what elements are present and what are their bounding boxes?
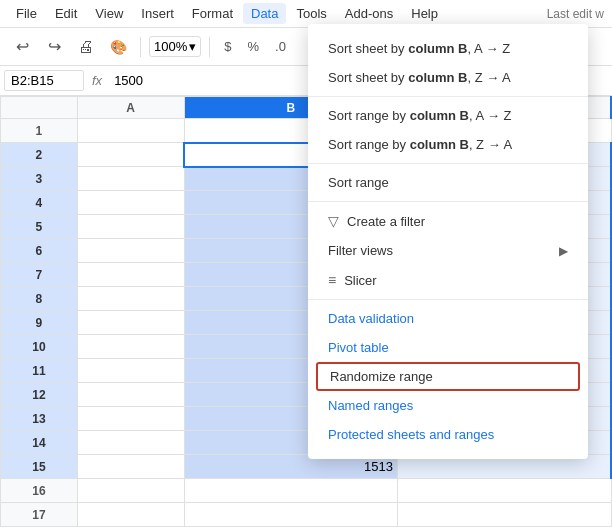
sort-range-advanced-section: Sort range bbox=[308, 164, 588, 202]
create-filter-item[interactable]: ▽ Create a filter bbox=[308, 206, 588, 236]
filter-icon: ▽ bbox=[328, 213, 339, 229]
sort-sheet-az[interactable]: Sort sheet by column B, A → Z bbox=[308, 34, 588, 63]
pivot-table-item[interactable]: Pivot table bbox=[308, 333, 588, 362]
sort-range-label: Sort range bbox=[328, 175, 568, 190]
randomize-range-item[interactable]: Randomize range bbox=[316, 362, 580, 391]
sort-range-section: Sort range by column B, A → Z Sort range… bbox=[308, 97, 588, 164]
named-ranges-item[interactable]: Named ranges bbox=[308, 391, 588, 420]
named-ranges-label: Named ranges bbox=[328, 398, 568, 413]
data-dropdown-menu: Sort sheet by column B, A → Z Sort sheet… bbox=[308, 24, 588, 459]
sort-range-az[interactable]: Sort range by column B, A → Z bbox=[308, 101, 588, 130]
slicer-icon: ≡ bbox=[328, 272, 336, 288]
sort-range-za[interactable]: Sort range by column B, Z → A bbox=[308, 130, 588, 159]
sort-range-item[interactable]: Sort range bbox=[308, 168, 588, 197]
data-validation-item[interactable]: Data validation bbox=[308, 304, 588, 333]
filter-views-item[interactable]: Filter views ▶ bbox=[308, 236, 588, 265]
protected-sheets-item[interactable]: Protected sheets and ranges bbox=[308, 420, 588, 449]
filter-section: ▽ Create a filter Filter views ▶ ≡ Slice… bbox=[308, 202, 588, 300]
slicer-item[interactable]: ≡ Slicer bbox=[308, 265, 588, 295]
filter-views-arrow-icon: ▶ bbox=[559, 244, 568, 258]
sort-sheet-az-label: Sort sheet by column B, A → Z bbox=[328, 41, 568, 56]
data-tools-section: Data validation Pivot table Randomize ra… bbox=[308, 300, 588, 453]
dropdown-overlay[interactable]: Sort sheet by column B, A → Z Sort sheet… bbox=[0, 0, 612, 527]
slicer-label: Slicer bbox=[344, 273, 568, 288]
create-filter-label: Create a filter bbox=[347, 214, 568, 229]
protected-sheets-label: Protected sheets and ranges bbox=[328, 427, 568, 442]
data-validation-label: Data validation bbox=[328, 311, 568, 326]
sort-sheet-za[interactable]: Sort sheet by column B, Z → A bbox=[308, 63, 588, 92]
filter-views-label: Filter views bbox=[328, 243, 559, 258]
sort-sheet-section: Sort sheet by column B, A → Z Sort sheet… bbox=[308, 30, 588, 97]
sort-range-az-label: Sort range by column B, A → Z bbox=[328, 108, 568, 123]
randomize-range-label: Randomize range bbox=[330, 369, 566, 384]
pivot-table-label: Pivot table bbox=[328, 340, 568, 355]
sort-sheet-za-label: Sort sheet by column B, Z → A bbox=[328, 70, 568, 85]
sort-range-za-label: Sort range by column B, Z → A bbox=[328, 137, 568, 152]
